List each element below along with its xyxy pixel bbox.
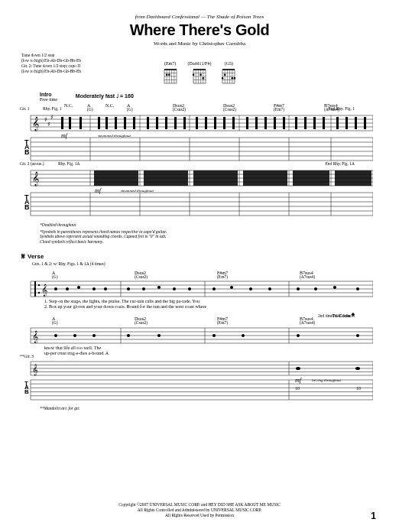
copyright-line-3: All Rights Reserved Used by Permission <box>0 513 399 518</box>
svg-rect-65 <box>183 117 186 129</box>
svg-rect-117 <box>335 170 371 186</box>
staff-system-gtr2: Gtr. 2 (acous.) Rhy. Fig. 1A End Rhy. Fi… <box>21 167 378 218</box>
svg-point-147 <box>66 287 69 290</box>
chord-sub: (Em7) <box>217 275 300 280</box>
svg-point-143 <box>38 284 40 286</box>
verse-staff-1: 𝄞 <box>21 280 378 298</box>
song-title: Where There's Gold <box>21 21 378 39</box>
chord-sub: (Csus2) <box>223 108 274 112</box>
svg-rect-64 <box>174 117 177 129</box>
album-name: The Shade of Poison Trees <box>207 14 264 20</box>
svg-point-180 <box>212 334 216 337</box>
svg-point-149 <box>92 287 96 290</box>
svg-text:♯: ♯ <box>47 121 50 128</box>
verse-section-label: 𝄋 Verse <box>21 251 378 261</box>
chord-grid-icon <box>164 67 177 84</box>
tab-staff: TAB <box>21 190 378 218</box>
svg-point-159 <box>268 287 271 290</box>
segno-icon: 𝄋 <box>21 251 25 261</box>
svg-rect-56 <box>98 117 100 129</box>
svg-rect-66 <box>196 117 198 129</box>
svg-point-182 <box>297 334 300 337</box>
svg-point-181 <box>242 334 245 337</box>
svg-rect-72 <box>255 117 258 129</box>
svg-rect-70 <box>232 117 235 129</box>
svg-rect-115 <box>243 170 287 186</box>
chord-name: (G5) <box>225 61 233 66</box>
svg-point-151 <box>127 287 130 290</box>
chord-name: (Em7) <box>164 61 176 66</box>
svg-point-154 <box>173 287 176 290</box>
standard-notation-staff: 𝄞 ♯♯♯ <box>21 112 378 134</box>
svg-rect-82 <box>355 117 357 129</box>
svg-point-21 <box>200 73 202 76</box>
svg-rect-83 <box>364 117 366 129</box>
chord: N.C. <box>105 103 127 108</box>
lyric-line-2a: know that life all too well. The <box>44 345 378 350</box>
svg-point-161 <box>314 287 317 290</box>
svg-point-155 <box>188 287 191 290</box>
svg-rect-60 <box>133 117 135 129</box>
svg-point-20 <box>193 73 194 76</box>
svg-rect-54 <box>69 117 71 129</box>
svg-text:𝄞: 𝄞 <box>32 330 38 344</box>
intro-label: Intro <box>40 92 57 97</box>
svg-point-183 <box>356 334 359 337</box>
svg-point-162 <box>333 286 336 289</box>
svg-point-33 <box>224 73 226 76</box>
svg-point-10 <box>168 73 170 76</box>
to-coda-text: To Coda <box>332 313 350 318</box>
svg-rect-79 <box>323 117 325 129</box>
svg-text:𝄞: 𝄞 <box>32 116 39 131</box>
footnote-symbols: *Symbols in parentheses represent chord … <box>40 229 378 245</box>
gtr3-label: **Gtr. 3 <box>20 354 34 358</box>
to-coda-marker: To Coda 𝄌 <box>332 311 355 321</box>
svg-point-152 <box>142 287 145 290</box>
chord-grid-icon <box>222 67 235 84</box>
svg-point-179 <box>157 334 161 337</box>
chord-diagram-g5: (G5) <box>222 61 235 84</box>
verse-chord-row-1: A(G) Dsus2(Csus2) F#m7(Em7) B7sus4(A7sus… <box>52 271 378 280</box>
svg-text:𝄞: 𝄞 <box>32 364 38 376</box>
svg-rect-77 <box>304 117 307 129</box>
svg-rect-71 <box>246 117 248 129</box>
svg-point-22 <box>203 76 205 79</box>
svg-rect-116 <box>293 170 329 186</box>
svg-point-156 <box>212 287 216 290</box>
svg-point-177 <box>92 334 96 337</box>
verse-text: Verse <box>28 253 44 260</box>
tuning-line-1: Tune down 1/2 step <box>21 53 378 58</box>
svg-point-193 <box>296 367 300 370</box>
chord-diagram-em7: (Em7) <box>164 61 177 84</box>
svg-text:♯: ♯ <box>50 114 54 121</box>
svg-point-150 <box>104 287 107 290</box>
tab-staff: TAB <box>21 135 378 163</box>
svg-rect-57 <box>105 117 108 129</box>
svg-rect-53 <box>61 117 63 129</box>
svg-point-178 <box>127 334 130 337</box>
svg-point-144 <box>38 292 40 294</box>
svg-rect-112 <box>94 170 138 186</box>
chord-sub: (Csus2) <box>135 321 217 326</box>
chord-sub: (Csus2) <box>135 275 217 280</box>
svg-point-32 <box>222 76 223 79</box>
svg-point-146 <box>54 287 57 290</box>
chord-name: (Dadd11/F#) <box>188 61 212 66</box>
svg-rect-55 <box>79 117 82 129</box>
standard-notation-staff: 𝄞 <box>21 360 378 377</box>
chord-sub: (A7sus4) <box>300 275 315 280</box>
gtr1-label: Gtr. 1 <box>20 106 30 111</box>
svg-rect-78 <box>313 117 316 129</box>
page-number: 1 <box>371 511 376 521</box>
svg-point-175 <box>54 334 57 337</box>
svg-rect-113 <box>144 170 188 186</box>
lyric-line-2b: up-per crust trag-e-dies a-bound. A <box>44 351 378 355</box>
end-rhy-fig-1: End Rhy. Fig. 1 <box>328 106 355 111</box>
staff-system-gtr3: **Gtr. 3 𝄞 mf let ring throughout TAB 10… <box>21 360 378 401</box>
copyright-line-2: All Rights Controlled and Administered b… <box>0 508 399 513</box>
chord-sub: (Em7) <box>274 108 324 112</box>
svg-point-148 <box>77 286 80 289</box>
chord-sub: (G) <box>87 108 105 112</box>
tab-staff: TAB 1010 <box>21 378 378 401</box>
svg-text:10: 10 <box>295 386 300 391</box>
